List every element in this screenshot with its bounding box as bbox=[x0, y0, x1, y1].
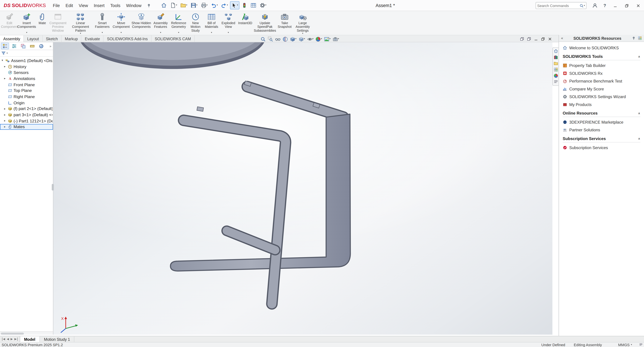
tab-sketch[interactable]: Sketch bbox=[42, 36, 62, 42]
new-document-button[interactable]: ▾ bbox=[169, 1, 178, 10]
show-hidden-components-button[interactable]: Show Hidden Components bbox=[131, 12, 151, 35]
component-preview-window-button[interactable]: Component Preview Window bbox=[48, 12, 68, 35]
tree-item-annotations[interactable]: ▸ Annotations bbox=[0, 76, 53, 82]
menu-insert[interactable]: Insert bbox=[91, 2, 108, 9]
tab-assembly[interactable]: Assembly bbox=[0, 36, 24, 42]
custom-properties-tab-icon[interactable] bbox=[554, 80, 558, 84]
collapse-chevron-icon[interactable]: ∧ bbox=[638, 55, 640, 58]
appearances-tab-icon[interactable] bbox=[554, 74, 558, 78]
restore-document-button[interactable] bbox=[539, 36, 546, 42]
file-explorer-tab-icon[interactable] bbox=[554, 61, 558, 66]
dropdown-arrow[interactable]: ▾ bbox=[80, 32, 81, 35]
zoom-to-fit-button[interactable] bbox=[260, 36, 266, 42]
scrollbar-thumb[interactable] bbox=[1, 332, 24, 334]
undo-button[interactable]: ▾ bbox=[210, 1, 219, 10]
linear-component-pattern-button[interactable]: Linear Component Pattern ▾ bbox=[68, 12, 93, 35]
edit-appearance-button[interactable]: ▾ bbox=[315, 36, 323, 42]
design-table-button[interactable] bbox=[249, 1, 258, 10]
performance-benchmark-test-link[interactable]: Performance Benchmark Test bbox=[563, 79, 640, 83]
save-button[interactable]: ▾ bbox=[190, 1, 199, 10]
expander[interactable]: ▸ bbox=[4, 119, 8, 122]
compare-my-score-link[interactable]: Compare My Score bbox=[563, 87, 640, 91]
custom-properties-tag-button[interactable] bbox=[639, 343, 643, 347]
close-window-button[interactable] bbox=[632, 0, 644, 11]
update-speedpak-subassemblies-button[interactable]: Update SpeedPak Subassemblies bbox=[254, 12, 276, 35]
tree-item-part1-1212[interactable]: ▸ (-) Part1 1212<1> (Defaul... bbox=[0, 118, 53, 124]
panel-splitter-handle[interactable] bbox=[52, 184, 54, 190]
propertymanager-tab[interactable] bbox=[10, 43, 18, 49]
collapse-chevron-icon[interactable]: ∧ bbox=[638, 137, 640, 140]
tab-model[interactable]: Model bbox=[20, 336, 40, 342]
panel-tab-overflow-button[interactable]: » bbox=[50, 44, 52, 48]
minimize-window-button[interactable] bbox=[610, 0, 621, 11]
close-document-button[interactable] bbox=[546, 36, 553, 42]
tab-motion-study-1[interactable]: Motion Study 1 bbox=[40, 336, 75, 342]
search-commands-box[interactable]: ▾ bbox=[536, 2, 587, 9]
tile-document-button[interactable] bbox=[525, 36, 532, 42]
dropdown-arrow[interactable]: ▾ bbox=[102, 31, 103, 34]
partner-solutions-link[interactable]: Partner Solutions bbox=[563, 128, 640, 132]
menu-edit[interactable]: Edit bbox=[63, 2, 76, 9]
insert-components-button[interactable]: Insert Components ▾ bbox=[17, 12, 36, 35]
apply-scene-button[interactable]: ▾ bbox=[323, 36, 331, 42]
frame-lower-arm[interactable] bbox=[227, 231, 275, 250]
next-tab-button[interactable]: ▶ bbox=[10, 338, 13, 341]
minimize-document-button[interactable] bbox=[532, 36, 539, 42]
tab-markup[interactable]: Markup bbox=[62, 36, 82, 42]
tree-item-top-plane[interactable]: Top Plane bbox=[0, 88, 53, 94]
tree-item-origin[interactable]: Origin bbox=[0, 100, 53, 106]
exploded-view-button[interactable]: Exploded View ▾ bbox=[220, 12, 236, 35]
my-products-link[interactable]: My Products bbox=[563, 102, 640, 107]
units-selector[interactable]: MMGS ▾ bbox=[618, 343, 632, 347]
menu-tools[interactable]: Tools bbox=[107, 2, 123, 9]
view-palette-tab-icon[interactable] bbox=[554, 68, 558, 72]
tree-item-right-plane[interactable]: Right Plane bbox=[0, 94, 53, 100]
expander[interactable]: ▸ bbox=[4, 65, 8, 68]
displaymanager-tab[interactable] bbox=[37, 43, 45, 49]
smart-fasteners-button[interactable]: Smart Fasteners ▾ bbox=[94, 12, 111, 35]
tree-horizontal-scrollbar[interactable] bbox=[0, 332, 53, 335]
home-button[interactable] bbox=[160, 1, 168, 10]
dropdown-arrow[interactable]: ▾ bbox=[26, 31, 27, 34]
expander[interactable]: ▸ bbox=[4, 125, 8, 129]
view-settings-button[interactable]: ▾ bbox=[332, 36, 340, 42]
configurationmanager-tab[interactable] bbox=[19, 43, 27, 49]
dropdown-arrow[interactable]: ▾ bbox=[160, 31, 161, 34]
dropdown-arrow[interactable]: ▾ bbox=[211, 31, 212, 34]
print-button[interactable]: ▾ bbox=[200, 1, 209, 10]
units-dropdown-arrow[interactable]: ▾ bbox=[631, 344, 632, 346]
3dexperience-marketplace-link[interactable]: 3DEXPERIENCE Marketplace bbox=[563, 120, 640, 124]
tree-item-mates[interactable]: ▸ Mates bbox=[0, 124, 53, 130]
reference-geometry-button[interactable]: Reference Geometry ▾ bbox=[170, 12, 188, 35]
display-style-button[interactable]: ▾ bbox=[298, 36, 306, 42]
frame-left-rail[interactable] bbox=[184, 120, 286, 304]
frame-back-bar[interactable] bbox=[247, 87, 344, 117]
pane-options-icon[interactable] bbox=[638, 36, 642, 40]
tree-item-history[interactable]: ▸ History bbox=[0, 64, 53, 70]
assembly-features-button[interactable]: Assembly Features ▾ bbox=[152, 12, 169, 35]
search-input[interactable] bbox=[537, 4, 580, 8]
large-assembly-settings-button[interactable]: Large Assembly Settings ▾ bbox=[293, 12, 312, 35]
selection-filter-button[interactable] bbox=[240, 1, 248, 10]
menu-view[interactable]: View bbox=[76, 2, 91, 9]
options-button[interactable]: ▾ bbox=[258, 1, 268, 10]
subscription-services-link[interactable]: Subscription Services bbox=[563, 146, 640, 150]
collapse-task-pane-button[interactable]: « bbox=[561, 36, 563, 40]
tree-root-assembly[interactable]: ▾ Assem1 (Default) <Display Sta... bbox=[0, 58, 53, 64]
new-motion-study-button[interactable]: New Motion Study bbox=[188, 12, 203, 35]
dropdown-arrow[interactable]: ▾ bbox=[302, 32, 303, 35]
first-tab-button[interactable]: ◀ bbox=[2, 338, 5, 341]
cascade-document-button[interactable] bbox=[518, 36, 526, 42]
welcome-to-solidworks-link[interactable]: Welcome to SOLIDWORKS bbox=[563, 46, 640, 50]
edit-component-button[interactable]: Edit Component bbox=[2, 12, 16, 35]
dropdown-arrow[interactable]: ▾ bbox=[120, 31, 122, 34]
solidworks-settings-wizard-link[interactable]: SOLIDWORKS Settings Wizard bbox=[563, 94, 640, 99]
menu-file[interactable]: File bbox=[50, 2, 63, 9]
expander[interactable]: ▸ bbox=[4, 107, 8, 110]
last-tab-button[interactable]: ▶ bbox=[14, 338, 18, 341]
take-snapshot-button[interactable]: Take Snapshot bbox=[277, 12, 292, 35]
view-orientation-button[interactable]: ▾ bbox=[289, 36, 297, 42]
tab-evaluate[interactable]: Evaluate bbox=[82, 36, 104, 42]
select-tool-button[interactable]: ▾ bbox=[230, 1, 240, 10]
graphics-area[interactable]: X bbox=[53, 42, 552, 334]
